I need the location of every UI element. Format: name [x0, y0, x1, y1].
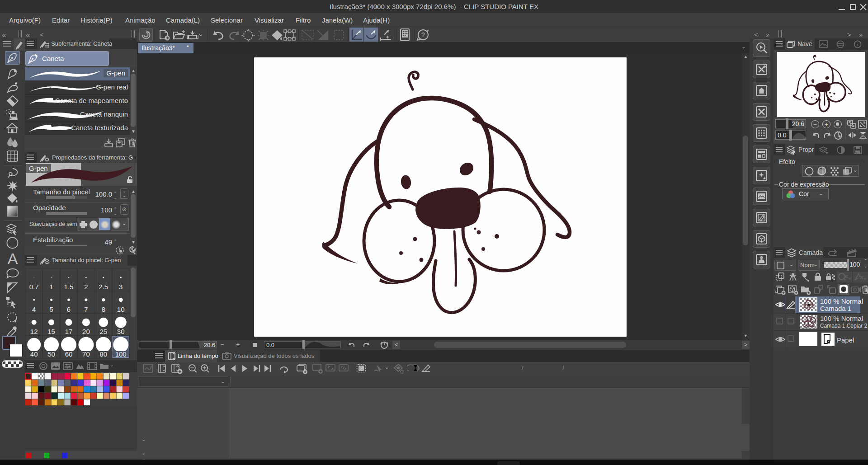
svg-text:7: 7 — [84, 305, 88, 313]
svg-text:20: 20 — [82, 328, 90, 335]
svg-text:?: ? — [421, 31, 425, 38]
svg-text:1: 1 — [49, 283, 53, 291]
svg-text:10: 10 — [117, 305, 125, 313]
svg-text:2: 2 — [84, 283, 88, 291]
svg-text:5: 5 — [49, 305, 53, 313]
svg-text:17: 17 — [65, 328, 73, 335]
svg-text:15: 15 — [47, 328, 55, 335]
svg-text:25: 25 — [99, 328, 107, 335]
svg-text:3: 3 — [119, 283, 123, 291]
svg-text:8: 8 — [102, 305, 105, 313]
svg-text:30: 30 — [117, 328, 125, 335]
svg-text:4: 4 — [32, 305, 36, 313]
svg-text:1.5: 1.5 — [64, 283, 74, 291]
svg-text:80: 80 — [99, 350, 107, 358]
svg-text:0.7: 0.7 — [29, 283, 39, 291]
svg-text:6: 6 — [67, 305, 71, 313]
svg-text:i: i — [857, 42, 858, 47]
svg-text:12: 12 — [30, 328, 38, 335]
svg-text:60: 60 — [65, 350, 73, 358]
svg-text:100: 100 — [115, 350, 127, 358]
svg-text:50: 50 — [47, 350, 55, 358]
svg-text:2.5: 2.5 — [99, 283, 108, 291]
svg-text:40: 40 — [30, 350, 38, 358]
svg-text:70: 70 — [82, 350, 90, 358]
